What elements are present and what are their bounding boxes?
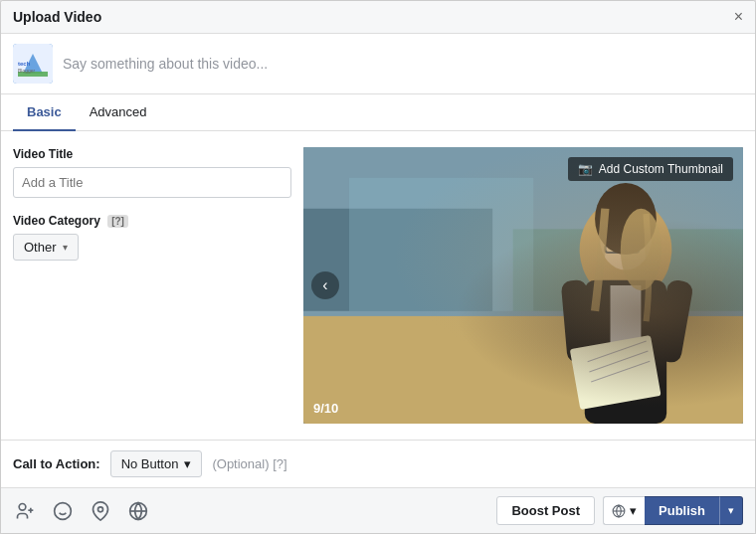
- content-area: Video Title Video Category [?] Other ▾: [1, 131, 755, 440]
- tag-people-icon[interactable]: [13, 499, 37, 523]
- camera-icon: 📷: [578, 162, 593, 176]
- modal-title: Upload Video: [13, 9, 101, 25]
- emoji-icon[interactable]: [51, 499, 75, 523]
- category-value: Other: [24, 240, 57, 255]
- tab-basic[interactable]: Basic: [13, 94, 76, 131]
- svg-text:Blogger: Blogger: [18, 68, 36, 74]
- category-help-badge[interactable]: [?]: [107, 215, 128, 228]
- video-panel: 📷 Add Custom Thumbnail ‹ 9/10: [303, 147, 743, 424]
- chevron-down-icon: ▾: [63, 242, 68, 253]
- publish-chevron-icon: ▾: [728, 504, 734, 516]
- close-button[interactable]: ×: [734, 9, 743, 25]
- footer: Boost Post ▾ Publish ▾: [1, 487, 755, 533]
- footer-icons: [13, 499, 150, 523]
- svg-point-32: [98, 506, 103, 511]
- compose-area: tech Blogger Say something about this vi…: [1, 34, 755, 94]
- cta-optional: (Optional) [?]: [212, 456, 286, 471]
- svg-text:tech: tech: [18, 61, 31, 67]
- tab-advanced[interactable]: Advanced: [76, 94, 161, 131]
- globe-chevron-icon: ▾: [630, 503, 637, 518]
- video-title-label: Video Title: [13, 147, 291, 161]
- video-category-label: Video Category [?]: [13, 214, 291, 228]
- scene-overlay: [303, 147, 743, 424]
- cta-chevron-icon: ▾: [184, 456, 191, 471]
- video-counter: 9/10: [313, 401, 338, 416]
- svg-point-29: [55, 502, 72, 519]
- cta-area: Call to Action: No Button ▾ (Optional) […: [1, 440, 755, 487]
- video-title-input[interactable]: [13, 167, 291, 198]
- category-select[interactable]: Other ▾: [13, 234, 79, 261]
- boost-post-button[interactable]: Boost Post: [496, 496, 595, 525]
- compose-placeholder[interactable]: Say something about this video...: [63, 56, 268, 72]
- tabs-container: Basic Advanced: [1, 94, 755, 131]
- footer-actions: Boost Post ▾ Publish ▾: [496, 496, 743, 525]
- left-arrow-icon: ‹: [322, 276, 327, 294]
- cta-select[interactable]: No Button ▾: [110, 450, 203, 477]
- add-thumbnail-button[interactable]: 📷 Add Custom Thumbnail: [568, 157, 733, 181]
- globe-privacy-button[interactable]: ▾: [603, 496, 645, 525]
- svg-point-26: [19, 503, 26, 510]
- video-prev-arrow[interactable]: ‹: [311, 271, 339, 299]
- upload-video-modal: Upload Video × tech Blogger Say somethin…: [0, 0, 756, 534]
- avatar: tech Blogger: [13, 44, 53, 84]
- publish-dropdown-arrow[interactable]: ▾: [719, 496, 743, 525]
- location-icon[interactable]: [89, 499, 112, 523]
- publish-button[interactable]: Publish: [645, 496, 719, 525]
- publish-group: ▾ Publish ▾: [603, 496, 743, 525]
- cta-label: Call to Action:: [13, 456, 100, 471]
- globe-icon[interactable]: [126, 499, 150, 523]
- left-panel: Video Title Video Category [?] Other ▾: [13, 147, 291, 424]
- modal-header: Upload Video ×: [1, 1, 755, 34]
- video-scene: [303, 147, 743, 424]
- cta-value: No Button: [121, 456, 179, 471]
